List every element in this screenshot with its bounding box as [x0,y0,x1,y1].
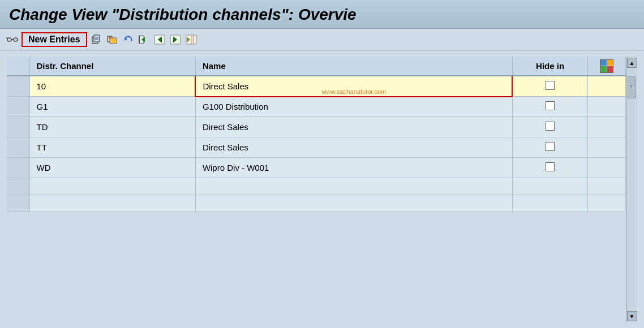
cell-hide-checkbox[interactable] [512,158,587,178]
cell-channel: TD [29,117,195,137]
table-row[interactable]: G1 G100 Distribution [7,97,626,117]
glasses-icon[interactable] [6,33,19,46]
checkbox[interactable] [546,101,555,110]
col-header-name: Name [195,57,512,76]
cell-channel: WD [29,158,195,178]
cell-name[interactable]: Direct Sales www.saphanatutor.com [195,76,512,97]
cell-extra [588,76,626,97]
cell-name: Wipro Div - W001 [195,158,512,178]
nav-last-icon[interactable] [184,33,198,46]
nav-first-icon[interactable] [137,33,151,46]
cell-extra [588,158,626,178]
cell-empty [195,195,512,212]
row-selector [7,137,29,158]
cell-name-text: Direct Sales [203,81,248,91]
cell-extra [588,137,626,158]
grid-icon-cell-1 [600,60,607,66]
undo-icon[interactable] [121,33,135,46]
row-selector [7,76,29,97]
col-header-grid [588,57,626,76]
table-row[interactable]: TD Direct Sales [7,117,626,137]
table-row-empty [7,178,626,195]
grid-icon-cell-4 [607,66,613,72]
nav-next-icon[interactable] [169,33,182,46]
cell-hide-checkbox[interactable] [512,117,587,137]
svg-rect-1 [14,38,18,41]
svg-line-3 [6,37,7,38]
cell-name-text: Wipro Div - W001 [203,163,269,172]
col-header-selector [7,57,29,76]
row-selector [7,195,29,212]
cell-hide-checkbox[interactable] [512,97,587,117]
new-entries-button[interactable]: New Entries [22,32,87,47]
toolbar: New Entries [0,29,644,51]
cell-extra [588,97,626,117]
row-selector [7,117,29,137]
scroll-down-arrow[interactable]: ▼ [627,311,637,321]
title-bar: Change View "Distribution channels": Ove… [0,0,644,29]
cell-channel: TT [29,137,195,158]
row-selector [7,178,29,195]
copy-icon[interactable] [89,33,103,46]
row-selector [7,158,29,178]
table-scroll-area: Distr. Channel Name Hide in [7,57,637,322]
cell-empty [512,195,587,212]
svg-rect-0 [7,38,11,41]
col-header-channel: Distr. Channel [29,57,195,76]
app-window: Change View "Distribution channels": Ove… [0,0,644,328]
nav-prev-icon[interactable] [153,33,166,46]
row-selector [7,97,29,117]
scroll-thumb-handle: ⠿ [629,85,633,90]
cell-name-text: Direct Sales [203,122,248,132]
checkbox[interactable] [546,142,555,151]
checkbox[interactable] [546,81,555,90]
distribution-channels-table: Distr. Channel Name Hide in [7,57,626,212]
cell-extra [588,117,626,137]
cell-empty [588,178,626,195]
grid-icon-cell-2 [607,60,613,66]
cell-name: Direct Sales [195,137,512,158]
cell-hide-checkbox[interactable] [512,76,587,97]
cell-name-text: G100 Distribution [203,102,268,111]
cell-empty [588,195,626,212]
table-row[interactable]: 10 Direct Sales www.saphanatutor.com [7,76,626,97]
checkbox[interactable] [546,162,555,171]
table-header-row: Distr. Channel Name Hide in [7,57,626,76]
cell-name-text: Direct Sales [203,143,248,152]
cell-hide-checkbox[interactable] [512,137,587,158]
cut-paste-icon[interactable] [105,33,119,46]
vertical-scrollbar[interactable]: ▲ ⠿ ▼ [626,57,637,322]
grid-icon-cell-3 [600,66,607,72]
cell-channel: G1 [29,97,195,117]
table-main: Distr. Channel Name Hide in [7,57,626,322]
table-row[interactable]: TT Direct Sales [7,137,626,158]
table-body: 10 Direct Sales www.saphanatutor.com [7,76,626,212]
col-header-hide: Hide in [512,57,587,76]
grid-layout-icon[interactable] [590,59,623,73]
svg-rect-10 [110,38,117,44]
scroll-track[interactable]: ⠿ [628,70,637,309]
checkbox[interactable] [546,122,555,131]
content-area: Distr. Channel Name Hide in [0,51,644,328]
cell-channel: 10 [29,76,195,97]
cell-name: G100 Distribution [195,97,512,117]
cell-empty [512,178,587,195]
table-row-empty [7,195,626,212]
page-title: Change View "Distribution channels": Ove… [9,6,357,23]
scroll-up-arrow[interactable]: ▲ [627,58,637,68]
cell-name: Direct Sales [195,117,512,137]
table-row[interactable]: WD Wipro Div - W001 [7,158,626,178]
watermark: www.saphanatutor.com [322,88,387,95]
scroll-thumb[interactable]: ⠿ [628,76,636,98]
grid-icon [600,59,613,73]
cell-empty [29,195,195,212]
cell-empty [29,178,195,195]
cell-empty [195,178,512,195]
